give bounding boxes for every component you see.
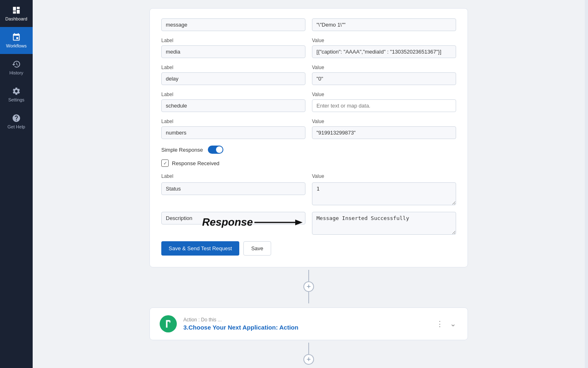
description-label-input[interactable]: [161, 212, 305, 224]
sidebar-item-dashboard[interactable]: Dashboard: [0, 0, 33, 27]
delay-label-col: Label: [161, 65, 305, 85]
sidebar-item-history-label: History: [9, 70, 23, 75]
action-subtitle: Action : Do this ...: [183, 317, 428, 323]
connector-line-3: [308, 343, 309, 354]
connector-2: +: [303, 343, 314, 365]
media-field-row: Label Value: [161, 38, 456, 58]
delay-value-input[interactable]: [312, 72, 456, 85]
status-label-col: [161, 182, 305, 205]
schedule-label-col: Label: [161, 92, 305, 112]
save-send-button[interactable]: Save & Send Test Request: [161, 241, 239, 256]
description-field-row: Message Inserted Successfully Response: [161, 212, 456, 235]
description-value-textarea[interactable]: Message Inserted Successfully: [312, 212, 456, 235]
action-title-suffix: : Action: [276, 324, 298, 331]
sidebar-item-gethelp-label: Get Help: [7, 124, 25, 129]
media-value-input[interactable]: [312, 45, 456, 58]
connector-line-1: [308, 270, 309, 281]
schedule-value-input[interactable]: [312, 99, 456, 112]
sidebar-item-workflows-label: Workflows: [6, 43, 27, 48]
workflow-card: Label Value Label Value Label: [149, 8, 468, 267]
sidebar-item-dashboard-label: Dashboard: [5, 16, 27, 21]
sidebar: Dashboard Workflows History Settings Get…: [0, 0, 33, 368]
media-value-col: Value: [312, 38, 456, 58]
sidebar-item-settings[interactable]: Settings: [0, 81, 33, 108]
sidebar-item-history[interactable]: History: [0, 54, 33, 81]
response-label-col-header: Label: [161, 173, 305, 179]
description-value-col: Message Inserted Successfully: [312, 212, 456, 235]
delay-label-text: Label: [161, 65, 305, 70]
schedule-value-col: Value: [312, 92, 456, 112]
response-received-row: ✓ Response Received: [161, 159, 456, 167]
delay-value-col: Value: [312, 65, 456, 85]
media-label-input[interactable]: [161, 45, 305, 58]
save-button[interactable]: Save: [243, 241, 271, 256]
delay-value-text: Value: [312, 65, 456, 70]
response-received-label: Response Received: [172, 160, 219, 166]
numbers-label-input[interactable]: [161, 126, 305, 139]
response-value-col-header: Value: [312, 173, 456, 179]
simple-response-row: Simple Response: [161, 146, 456, 154]
workflows-icon: [12, 33, 21, 42]
sidebar-item-workflows[interactable]: Workflows: [0, 27, 33, 54]
settings-icon: [12, 87, 21, 96]
schedule-label-input[interactable]: [161, 99, 305, 112]
action-app-icon: [160, 315, 177, 332]
message-value-col: [312, 18, 456, 31]
action-controls: ⋮ ⌄: [434, 319, 458, 329]
sidebar-item-gethelp[interactable]: Get Help: [0, 108, 33, 135]
media-value-text: Value: [312, 38, 456, 43]
status-label-input[interactable]: [161, 182, 305, 195]
app-icon-svg: [164, 319, 173, 328]
delay-field-row: Label Value: [161, 65, 456, 85]
buttons-row: Save & Send Test Request Save: [161, 241, 456, 256]
help-icon: [12, 114, 21, 123]
action-title-prefix: 3.Choose Your Next Application: [183, 324, 276, 331]
status-value-col: 1: [312, 182, 456, 205]
connector-plus-1[interactable]: +: [303, 281, 314, 292]
response-header-row: Label Value: [161, 173, 456, 179]
numbers-value-text: Value: [312, 119, 456, 124]
status-field-row: 1: [161, 182, 456, 205]
message-value-input[interactable]: [312, 18, 456, 31]
delay-label-input[interactable]: [161, 72, 305, 85]
response-label-header: Label: [161, 173, 305, 179]
dashboard-icon: [12, 6, 21, 15]
next-action-card: Action : Do this ... 3.Choose Your Next …: [149, 307, 468, 340]
numbers-field-row: Label Value: [161, 119, 456, 139]
response-value-header: Value: [312, 173, 456, 179]
action-title: 3.Choose Your Next Application: Action: [183, 324, 428, 331]
media-label-text: Label: [161, 38, 305, 43]
media-label-col: Label: [161, 38, 305, 58]
main-content: Label Value Label Value Label: [33, 0, 585, 368]
message-label-col: [161, 18, 305, 31]
check-icon: ✓: [161, 159, 169, 167]
schedule-label-text: Label: [161, 92, 305, 97]
message-field-row: [161, 18, 456, 31]
connector-1: +: [303, 270, 314, 303]
status-value-textarea[interactable]: 1: [312, 182, 456, 205]
action-text: Action : Do this ... 3.Choose Your Next …: [183, 317, 428, 331]
simple-response-label: Simple Response: [161, 147, 203, 153]
simple-response-toggle[interactable]: [208, 146, 223, 154]
history-icon: [12, 60, 21, 69]
numbers-label-col: Label: [161, 119, 305, 139]
message-label-input[interactable]: [161, 18, 305, 31]
numbers-value-input[interactable]: [312, 126, 456, 139]
toggle-knob: [216, 146, 223, 153]
numbers-value-col: Value: [312, 119, 456, 139]
scrollbar-track: [585, 0, 588, 368]
connector-line-2: [308, 292, 309, 303]
numbers-label-text: Label: [161, 119, 305, 124]
schedule-field-row: Label Value: [161, 92, 456, 112]
sidebar-item-settings-label: Settings: [8, 97, 24, 102]
action-expand-button[interactable]: ⌄: [448, 319, 458, 329]
schedule-value-text: Value: [312, 92, 456, 97]
description-label-col: [161, 212, 305, 235]
action-more-button[interactable]: ⋮: [434, 319, 445, 329]
connector-plus-2[interactable]: +: [303, 354, 314, 365]
